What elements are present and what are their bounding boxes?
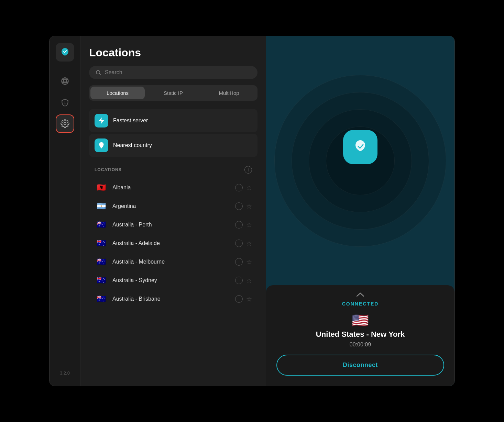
location-actions: ☆ bbox=[235, 221, 252, 229]
svg-point-8 bbox=[96, 70, 100, 74]
sidebar-nav bbox=[56, 72, 74, 370]
favorite-au-adelaide[interactable]: ☆ bbox=[246, 240, 252, 247]
favorite-albania[interactable]: ☆ bbox=[246, 185, 252, 191]
svg-point-6 bbox=[65, 104, 65, 104]
section-label: LOCATIONS bbox=[95, 167, 122, 172]
location-name-australia-brisbane: Australia - Brisbane bbox=[112, 296, 230, 302]
nearest-country-label: Nearest country bbox=[113, 142, 152, 148]
connect-button-au-sydney[interactable] bbox=[235, 277, 243, 284]
app-version: 3.2.0 bbox=[60, 370, 70, 379]
app-logo bbox=[56, 43, 74, 62]
nearest-country-option[interactable]: Nearest country bbox=[89, 134, 258, 157]
location-name-australia-sydney: Australia - Sydney bbox=[112, 277, 230, 284]
connected-location: United States - New York bbox=[316, 330, 405, 339]
connection-info: 🇺🇸 United States - New York 00:00:09 bbox=[276, 313, 444, 348]
flag-albania: 🇦🇱 bbox=[95, 183, 108, 192]
location-name-australia-perth: Australia - Perth bbox=[112, 222, 230, 228]
connect-button-argentina[interactable] bbox=[235, 202, 243, 210]
connection-status-panel: CONNECTED 🇺🇸 United States - New York 00… bbox=[266, 285, 454, 386]
connection-timer: 00:00:09 bbox=[350, 342, 371, 348]
panel-title: Locations bbox=[89, 46, 258, 59]
fastest-server-option[interactable]: Fastest server bbox=[89, 109, 258, 132]
list-item[interactable]: 🇦🇱 Albania ☆ bbox=[89, 178, 258, 197]
list-item[interactable]: 🇦🇺 Australia - Sydney ☆ bbox=[89, 271, 258, 290]
location-name-albania: Albania bbox=[112, 185, 230, 191]
fastest-server-label: Fastest server bbox=[113, 118, 148, 124]
tab-bar: Locations Static IP MultiHop bbox=[89, 85, 258, 101]
search-bar bbox=[89, 66, 258, 79]
sidebar-item-security[interactable] bbox=[56, 93, 74, 112]
location-actions: ☆ bbox=[235, 277, 252, 284]
surfshark-logo bbox=[343, 130, 377, 164]
tab-multihop[interactable]: MultiHop bbox=[202, 87, 256, 99]
locations-section-header: LOCATIONS i bbox=[89, 163, 258, 177]
location-actions: ☆ bbox=[235, 202, 252, 210]
svg-point-7 bbox=[64, 123, 66, 125]
location-name-argentina: Argentina bbox=[112, 203, 230, 209]
svg-line-9 bbox=[99, 74, 101, 75]
favorite-au-melbourne[interactable]: ☆ bbox=[246, 259, 252, 265]
favorite-au-perth[interactable]: ☆ bbox=[246, 222, 252, 228]
disconnect-button[interactable]: Disconnect bbox=[276, 355, 444, 376]
list-item[interactable]: 🇦🇺 Australia - Adelaide ☆ bbox=[89, 234, 258, 253]
location-name-australia-adelaide: Australia - Adelaide bbox=[112, 240, 230, 246]
connect-button-au-brisbane[interactable] bbox=[235, 295, 243, 303]
connect-button-au-perth[interactable] bbox=[235, 221, 243, 229]
sidebar-item-settings[interactable] bbox=[56, 114, 74, 133]
svg-marker-10 bbox=[99, 118, 105, 124]
flag-australia-adelaide: 🇦🇺 bbox=[95, 238, 108, 248]
connect-button-albania[interactable] bbox=[235, 184, 243, 191]
flag-argentina: 🇦🇷 bbox=[95, 201, 108, 211]
chevron-up-icon[interactable] bbox=[276, 292, 444, 297]
flag-australia-brisbane: 🇦🇺 bbox=[95, 294, 108, 304]
sidebar-item-locations[interactable] bbox=[56, 72, 74, 90]
info-icon[interactable]: i bbox=[244, 166, 252, 174]
status-badge: CONNECTED bbox=[276, 301, 444, 307]
list-item[interactable]: 🇦🇺 Australia - Perth ☆ bbox=[89, 215, 258, 234]
tab-locations[interactable]: Locations bbox=[90, 87, 145, 99]
favorite-au-sydney[interactable]: ☆ bbox=[246, 277, 252, 284]
nearest-country-icon bbox=[95, 138, 108, 152]
location-name-australia-melbourne: Australia - Melbourne bbox=[112, 259, 230, 265]
search-input[interactable] bbox=[105, 69, 251, 76]
locations-list: LOCATIONS i 🇦🇱 Albania ☆ 🇦🇷 Argentina ☆ bbox=[89, 163, 258, 376]
search-icon bbox=[95, 69, 101, 76]
quick-options: Fastest server Nearest country bbox=[89, 109, 258, 157]
list-item[interactable]: 🇦🇺 Australia - Brisbane ☆ bbox=[89, 290, 258, 308]
tab-static-ip[interactable]: Static IP bbox=[146, 87, 200, 99]
favorite-au-brisbane[interactable]: ☆ bbox=[246, 296, 252, 302]
location-actions: ☆ bbox=[235, 295, 252, 303]
flag-australia-perth: 🇦🇺 bbox=[95, 220, 108, 230]
list-item[interactable]: 🇦🇷 Argentina ☆ bbox=[89, 197, 258, 215]
list-item[interactable]: 🇦🇺 Australia - Melbourne ☆ bbox=[89, 253, 258, 271]
location-actions: ☆ bbox=[235, 240, 252, 247]
location-actions: ☆ bbox=[235, 258, 252, 266]
favorite-argentina[interactable]: ☆ bbox=[246, 203, 252, 210]
fastest-server-icon bbox=[95, 114, 108, 127]
connected-flag: 🇺🇸 bbox=[352, 313, 369, 327]
location-actions: ☆ bbox=[235, 184, 252, 191]
sidebar: 3.2.0 bbox=[50, 36, 80, 386]
main-panel: Locations Locations Static IP MultiHop F… bbox=[80, 36, 266, 386]
vpn-visual bbox=[266, 36, 454, 285]
right-panel: CONNECTED 🇺🇸 United States - New York 00… bbox=[266, 36, 454, 386]
connect-button-au-adelaide[interactable] bbox=[235, 240, 243, 247]
flag-australia-sydney: 🇦🇺 bbox=[95, 276, 108, 285]
connect-button-au-melbourne[interactable] bbox=[235, 258, 243, 266]
flag-australia-melbourne: 🇦🇺 bbox=[95, 257, 108, 267]
